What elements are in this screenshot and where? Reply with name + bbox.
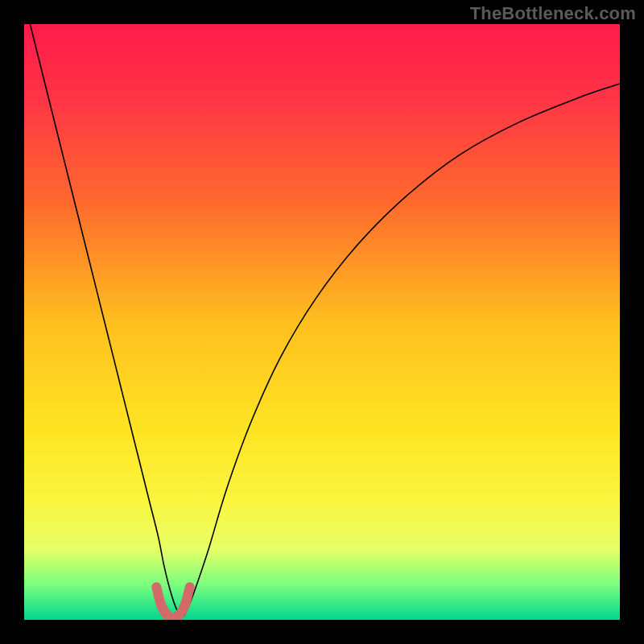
watermark-text: TheBottleneck.com [470,3,636,24]
background-gradient [24,24,620,620]
svg-rect-0 [24,24,620,620]
plot-area [24,24,620,620]
chart-frame: TheBottleneck.com [0,0,644,644]
